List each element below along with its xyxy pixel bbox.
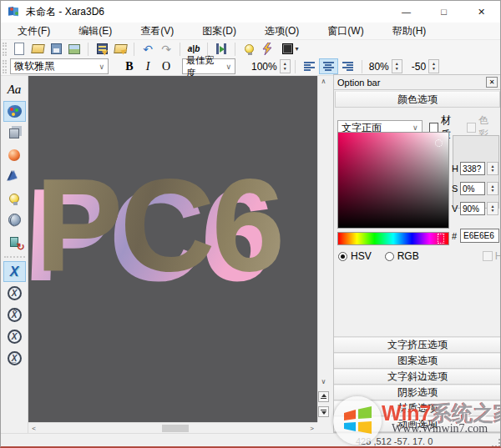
texture-options-header[interactable]: 材质选项 [334,400,501,416]
menu-options[interactable]: 选项(O) [256,23,307,40]
spinner-arrows-icon[interactable]: ▲▼ [392,59,402,73]
design-canvas[interactable]: PC6 PC6 [28,76,317,422]
spinner-arrows-icon[interactable]: ▲▼ [428,59,439,73]
spinner-arrows-icon[interactable]: ▲▼ [280,59,291,73]
menu-bar: 文件(F) 编辑(E) 查看(V) 图案(D) 选项(O) 窗口(W) 帮助(H… [1,23,500,40]
color-options-header[interactable]: 颜色选项 [335,91,500,108]
align-center-button[interactable] [319,58,338,74]
scroll-down-button[interactable]: ∨ [318,376,329,387]
page-down-button[interactable] [318,406,329,417]
value-input[interactable]: 90% [460,202,485,215]
preview-style-1[interactable]: X [3,283,26,304]
hex-input[interactable]: E6E6E6 [460,229,499,243]
font-family-select[interactable]: 微软雅黑 ∨ [10,58,109,74]
animation-options-header[interactable]: 动画选项 [334,416,501,432]
toolbar-grip[interactable] [3,43,7,56]
lightbulb-icon [245,44,254,53]
rgb-radio-label: RGB [397,250,419,262]
saturation-value-picker[interactable] [337,132,449,229]
bold-button[interactable]: B [120,58,139,74]
shadow-options-tool[interactable] [3,144,26,165]
export-image-icon [68,44,80,54]
width-mode-select[interactable]: 最佳宽度 ∨ [182,58,235,74]
text-options-tool[interactable]: Aa [3,79,26,100]
vertical-scrollbar[interactable]: ∧ ∨ [317,76,328,422]
save-button[interactable] [47,41,65,57]
panel-close-button[interactable]: ✕ [486,77,498,88]
chevron-down-icon: ∨ [220,63,231,71]
export-animation-button[interactable] [93,41,111,57]
menu-view[interactable]: 查看(V) [132,23,182,40]
resize-grip[interactable] [492,439,500,447]
undo-button[interactable]: ↶ [139,41,157,57]
option-bar-panel: Option bar ✕ 颜色选项 文字正面 ∨ 材质 色彩 H 338? [333,74,501,433]
outline-button[interactable]: O [157,58,175,74]
lighting-toggle-button[interactable] [240,41,258,57]
export-vector-button[interactable] [111,41,129,57]
toolbar-separator [295,60,296,73]
menu-edit[interactable]: 编辑(E) [70,23,120,40]
value-spinner[interactable]: ▲▼ [487,202,498,215]
extrude-cube-icon [9,128,19,138]
globe-icon [8,214,21,226]
hue-input[interactable]: 338? [460,162,485,175]
texture-options-tool[interactable] [3,209,26,230]
saturation-input[interactable]: 0% [460,182,485,195]
line-spacing-spinner[interactable]: 80% ▲▼ [367,58,402,74]
new-document-button[interactable] [10,41,28,57]
scroll-up-button[interactable]: ∧ [318,76,329,87]
minimize-button[interactable]: — [387,1,425,23]
tracking-value: -50 [409,61,428,73]
export-image-button[interactable] [65,41,84,57]
quality-button[interactable] [258,41,276,57]
hsv-radio[interactable]: HSV [338,250,372,262]
italic-button[interactable]: I [139,58,157,74]
font-size-spinner[interactable]: 100% ▲▼ [249,58,291,74]
sv-picker-marker[interactable] [435,139,443,147]
shadow-options-header[interactable]: 阴影选项 [334,385,501,400]
canvas-3d-text[interactable]: PC6 PC6 [35,149,311,341]
preview-style-4[interactable]: X̲ [3,348,26,369]
preview-style-2[interactable]: X̃ [3,305,26,325]
lighting-options-tool[interactable] [3,188,26,209]
toolbar-grip[interactable] [3,60,7,73]
close-button[interactable]: ✕ [463,1,500,23]
open-button[interactable] [28,41,47,57]
standard-toolbar: ↶ ↷ a|b ▾ [1,40,500,58]
palette-icon [8,105,22,118]
hue-spinner[interactable]: ▲▼ [487,162,498,175]
preview-style-3[interactable]: X [3,326,26,347]
pattern-options-header[interactable]: 图案选项 [334,353,501,369]
saturation-spinner[interactable]: ▲▼ [487,182,498,195]
redo-button[interactable]: ↷ [157,41,175,57]
maximize-button[interactable]: □ [425,1,463,23]
extrusion-options-header[interactable]: 文字挤压选项 [334,337,501,353]
menu-design[interactable]: 图案(D) [194,23,245,40]
circled-x-icon: X̲ [8,351,22,365]
align-left-icon [304,62,315,71]
menu-file[interactable]: 文件(F) [9,23,58,40]
hue-slider-marker[interactable] [438,234,444,244]
tracking-spinner[interactable]: -50 ▲▼ [409,58,439,74]
scrollbar-thumb[interactable] [162,425,189,432]
align-right-button[interactable] [338,58,357,74]
align-left-button[interactable] [300,58,319,74]
color-options-tool[interactable] [3,101,26,122]
background-color-button[interactable]: ▾ [276,41,305,57]
page-up-button[interactable] [318,391,329,402]
menu-help[interactable]: 帮助(H) [384,23,435,40]
menu-window[interactable]: 窗口(W) [319,23,372,40]
toolbar-separator [88,43,89,56]
font-size-value: 100% [249,61,280,73]
bevel-options-tool[interactable] [3,166,26,187]
horizontal-scrollbar[interactable]: < > [28,422,317,433]
hue-slider[interactable] [337,232,449,245]
preview-style-current[interactable]: X [3,261,26,282]
chevron-down-icon: ∨ [94,63,104,71]
animation-options-tool[interactable] [3,231,26,252]
rgb-radio[interactable]: RGB [385,250,419,262]
width-mode-value: 最佳宽度 [186,54,220,79]
option-bar-titlebar[interactable]: Option bar ✕ [334,75,501,90]
extrusion-options-tool[interactable] [3,123,26,143]
bevel-options-header[interactable]: 文字斜边选项 [334,369,501,385]
